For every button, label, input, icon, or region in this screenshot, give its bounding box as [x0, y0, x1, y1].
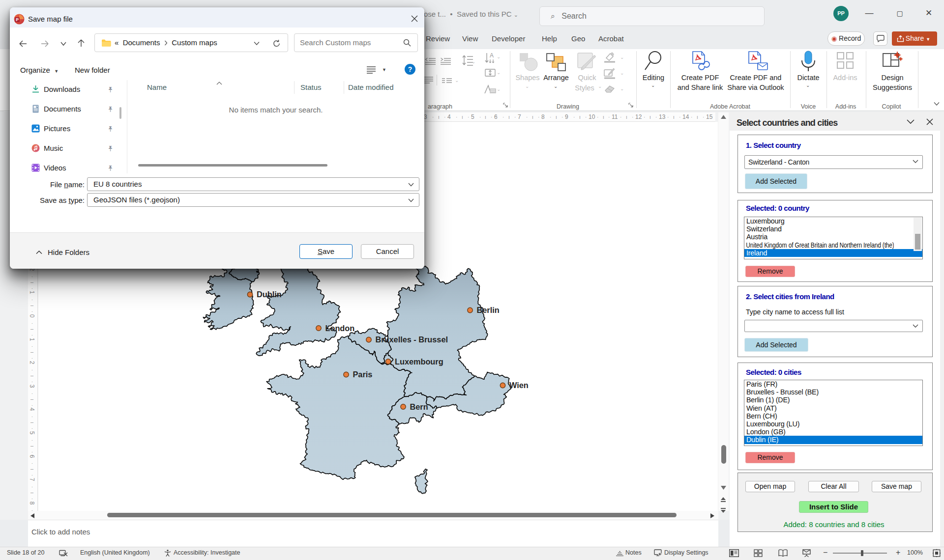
svg-text:Bruxelles - Brussel: Bruxelles - Brussel [376, 335, 448, 344]
svg-text:A: A [490, 52, 494, 59]
svg-text:Berlin: Berlin [477, 306, 500, 314]
svg-text:Wien: Wien [509, 381, 529, 390]
svg-text:Bern: Bern [410, 402, 428, 411]
svg-text:London: London [325, 324, 355, 333]
svg-text:P: P [16, 17, 19, 22]
svg-text:Luxembourg: Luxembourg [395, 357, 443, 366]
svg-text:Dublin: Dublin [257, 290, 282, 299]
svg-text:Paris: Paris [353, 370, 373, 379]
